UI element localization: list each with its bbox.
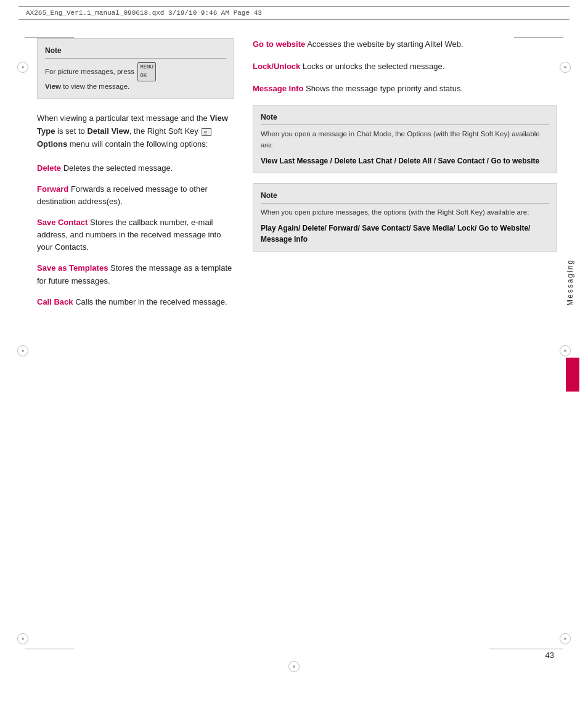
intro-part2: is set to [55, 126, 87, 136]
note-box-picture: Note When you open picture messages, the… [253, 183, 557, 252]
list-item: Delete Deletes the selected message. [37, 162, 234, 174]
note-title-chat: Note [261, 112, 549, 125]
list-item: Go to website Accesses the website by st… [253, 38, 557, 51]
detail-view-label: Detail View [87, 126, 129, 136]
reg-mark-mid-left [17, 345, 28, 356]
delete-desc: Deletes the selected message. [61, 163, 173, 173]
sidebar-messaging-label: Messaging [566, 259, 574, 306]
reg-mark-mid-right [560, 345, 571, 356]
bottom-divider-left [25, 649, 74, 649]
go-to-website-desc: Accesses the website by starting Alltel … [305, 39, 463, 49]
list-item: Call Back Calls the number in the receiv… [37, 296, 234, 308]
note-title-left: Note [45, 45, 226, 59]
page-header: AX265_Eng_Ver1.1_manual_090618.qxd 3/19/… [18, 6, 570, 20]
reg-mark-top-right [560, 62, 571, 73]
note-view-label: View to view the message. [45, 83, 129, 90]
options-soft-key-icon [202, 128, 211, 136]
list-item: Save as Templates Stores the message as … [37, 262, 234, 287]
reg-mark-bottom-left [17, 633, 28, 644]
list-item: Save Contact Stores the callback number,… [37, 216, 234, 253]
note-box-chat: Note When you open a message in Chat Mod… [253, 105, 557, 173]
save-contact-term: Save Contact [37, 218, 88, 227]
note-bold-chat: View Last Message / Delete Last Chat / D… [261, 155, 549, 166]
bottom-divider-right [489, 649, 563, 649]
list-item: Message Info Shows the message type prio… [253, 83, 557, 95]
note-title-picture: Note [261, 190, 549, 203]
reg-mark-bottom-center [288, 661, 300, 672]
left-column: Note For picture messages, press MENUOK … [37, 38, 234, 317]
delete-term: Delete [37, 163, 61, 173]
reg-mark-top-left [17, 62, 28, 73]
right-column: Go to website Accesses the website by st… [253, 38, 557, 317]
note-body-chat: When you open a message in Chat Mode, th… [261, 129, 549, 150]
list-item: Forward Forwards a received message to o… [37, 183, 234, 208]
header-text: AX265_Eng_Ver1.1_manual_090618.qxd 3/19/… [26, 9, 262, 17]
note-prefix: For picture messages, press [45, 68, 134, 75]
menu-ok-key: MENUOK [137, 62, 156, 81]
go-to-website-term: Go to website [253, 39, 305, 49]
call-back-term: Call Back [37, 297, 73, 306]
intro-part3: , the Right Soft Key [129, 126, 201, 136]
message-info-desc: Shows the message type priority and stat… [303, 84, 463, 93]
intro-paragraph: When viewing a particular text message a… [37, 112, 234, 150]
note-box-left: Note For picture messages, press MENUOK … [37, 38, 234, 99]
note-bold-picture: Play Again/ Delete/ Forward/ Save Contac… [261, 223, 549, 245]
note-body-picture: When you open picture messages, the opti… [261, 207, 549, 218]
save-templates-term: Save as Templates [37, 263, 108, 273]
sidebar-red-accent [566, 358, 579, 392]
top-divider-right [514, 37, 563, 38]
intro-part4: menu will contain the following options: [67, 139, 208, 149]
lock-unlock-term: Lock/Unlock [253, 62, 300, 71]
intro-part1: When viewing a particular text message a… [37, 113, 210, 123]
page-number: 43 [545, 651, 554, 660]
forward-term: Forward [37, 184, 68, 194]
reg-mark-bottom-right [560, 633, 571, 644]
lock-unlock-desc: Locks or unlocks the selected message. [300, 62, 444, 71]
list-item: Lock/Unlock Locks or unlocks the selecte… [253, 60, 557, 73]
top-divider-left [25, 37, 74, 38]
message-info-term: Message Info [253, 84, 303, 93]
note-body-left: For picture messages, press MENUOK View … [45, 62, 226, 92]
options-label: Options [37, 139, 67, 149]
content-area: Note For picture messages, press MENUOK … [37, 38, 557, 317]
call-back-desc: Calls the number in the received message… [73, 297, 227, 306]
